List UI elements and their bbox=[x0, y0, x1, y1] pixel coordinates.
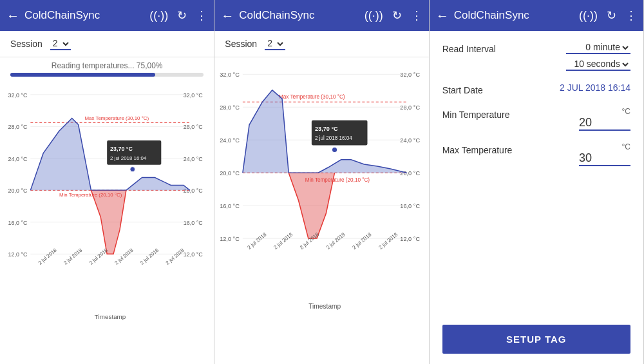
svg-text:24,0 °C: 24,0 °C bbox=[220, 137, 240, 144]
svg-text:16,0 °C: 16,0 °C bbox=[8, 220, 28, 226]
start-date-label: Start Date bbox=[442, 82, 483, 95]
panel-2: ← ColdChainSync ((·)) ↻ ⋮ Session 2 1 32… bbox=[214, 0, 429, 364]
panel-1: ← ColdChainSync ((·)) ↻ ⋮ Session 2 1 Re… bbox=[0, 0, 214, 364]
svg-text:2 jul 2018: 2 jul 2018 bbox=[62, 247, 84, 265]
svg-text:28,0 °C: 28,0 °C bbox=[8, 124, 28, 130]
seconds-select[interactable]: 10 seconds 30 seconds 60 seconds bbox=[566, 58, 630, 71]
svg-text:2 jul 2018: 2 jul 2018 bbox=[273, 231, 294, 251]
svg-text:2 jul 2018: 2 jul 2018 bbox=[165, 247, 186, 265]
menu-icon-2[interactable]: ⋮ bbox=[411, 8, 422, 23]
panel-3: ← ColdChainSync ((·)) ↻ ⋮ Read Interval … bbox=[430, 0, 644, 364]
refresh-icon-2[interactable]: ↻ bbox=[392, 8, 402, 23]
app-header-2: ← ColdChainSync ((·)) ↻ ⋮ bbox=[214, 0, 428, 31]
svg-text:12,0 °C: 12,0 °C bbox=[8, 251, 28, 258]
app-title-3: ColdChainSync bbox=[454, 9, 579, 22]
svg-text:24,0 °C: 24,0 °C bbox=[401, 137, 421, 144]
min-temp-unit: °C bbox=[622, 107, 630, 116]
menu-icon-3[interactable]: ⋮ bbox=[625, 8, 637, 23]
header-icons-2: ((·)) ↻ ⋮ bbox=[365, 8, 422, 23]
svg-text:2 jul 2018: 2 jul 2018 bbox=[114, 247, 135, 265]
header-icons-3: ((·)) ↻ ⋮ bbox=[579, 8, 637, 23]
svg-text:28,0 °C: 28,0 °C bbox=[184, 124, 203, 130]
wifi-icon-2: ((·)) bbox=[365, 9, 383, 23]
read-interval-row: Read Interval 0 minute 1 minute 5 minute… bbox=[442, 41, 630, 71]
svg-text:28,0 °C: 28,0 °C bbox=[220, 104, 240, 111]
app-title-1: ColdChainSync bbox=[24, 9, 149, 22]
start-date-row: Start Date 2 JUL 2018 16:14 bbox=[442, 82, 630, 95]
app-header-3: ← ColdChainSync ((·)) ↻ ⋮ bbox=[430, 0, 643, 31]
max-temp-row: Max Temperature °C bbox=[442, 142, 630, 166]
svg-text:24,0 °C: 24,0 °C bbox=[184, 156, 203, 162]
svg-text:Max Temperature (30,10 °C): Max Temperature (30,10 °C) bbox=[279, 94, 345, 100]
svg-rect-59 bbox=[312, 120, 368, 146]
min-temp-row: Min Temperature °C bbox=[442, 107, 630, 131]
svg-text:2 jul 2018: 2 jul 2018 bbox=[352, 231, 373, 251]
svg-text:Timestamp: Timestamp bbox=[95, 313, 126, 320]
app-header-1: ← ColdChainSync ((·)) ↻ ⋮ bbox=[0, 0, 214, 31]
app-title-2: ColdChainSync bbox=[239, 9, 364, 22]
svg-text:32,0 °C: 32,0 °C bbox=[220, 72, 240, 78]
refresh-icon-1[interactable]: ↻ bbox=[177, 8, 187, 23]
svg-text:Timestamp: Timestamp bbox=[309, 303, 341, 310]
max-temp-label: Max Temperature bbox=[442, 142, 513, 155]
chart-svg-2: 32,0 °C 28,0 °C 24,0 °C 20,0 °C 16,0 °C … bbox=[217, 62, 426, 338]
back-button-3[interactable]: ← bbox=[436, 8, 449, 23]
svg-text:16,0 °C: 16,0 °C bbox=[220, 203, 240, 209]
menu-icon-1[interactable]: ⋮ bbox=[196, 8, 207, 23]
session-row-2: Session 2 1 bbox=[214, 31, 428, 57]
session-select-2[interactable]: 2 1 bbox=[265, 37, 285, 50]
svg-text:20,0 °C: 20,0 °C bbox=[401, 170, 421, 177]
chart-area-2[interactable]: 32,0 °C 28,0 °C 24,0 °C 20,0 °C 16,0 °C … bbox=[214, 57, 428, 364]
session-label-1: Session bbox=[10, 39, 43, 49]
progress-container: Reading temperatures... 75,00% bbox=[0, 57, 214, 79]
progress-bar-fill bbox=[10, 73, 155, 77]
svg-text:12,0 °C: 12,0 °C bbox=[401, 236, 421, 242]
settings-content: Read Interval 0 minute 1 minute 5 minute… bbox=[430, 31, 643, 320]
svg-rect-24 bbox=[107, 140, 161, 165]
session-select-1[interactable]: 2 1 bbox=[50, 37, 71, 50]
min-temp-input[interactable] bbox=[579, 116, 630, 131]
max-temp-unit: °C bbox=[622, 142, 630, 151]
back-button-2[interactable]: ← bbox=[221, 8, 234, 23]
svg-text:16,0 °C: 16,0 °C bbox=[401, 203, 421, 209]
svg-text:32,0 °C: 32,0 °C bbox=[401, 72, 421, 78]
svg-point-27 bbox=[130, 167, 135, 172]
svg-text:32,0 °C: 32,0 °C bbox=[184, 92, 203, 99]
wifi-icon-3: ((·)) bbox=[579, 9, 598, 23]
svg-text:23,70 °C: 23,70 °C bbox=[315, 126, 338, 132]
read-interval-values: 0 minute 1 minute 5 minute 10 seconds 30… bbox=[566, 41, 630, 71]
back-button-1[interactable]: ← bbox=[6, 8, 19, 23]
refresh-icon-3[interactable]: ↻ bbox=[607, 8, 616, 23]
svg-text:32,0 °C: 32,0 °C bbox=[8, 92, 28, 99]
read-interval-label: Read Interval bbox=[442, 41, 496, 54]
minute-select[interactable]: 0 minute 1 minute 5 minute bbox=[566, 41, 630, 54]
max-temp-group: °C bbox=[579, 142, 630, 166]
svg-text:20,0 °C: 20,0 °C bbox=[8, 187, 28, 194]
chart-svg-1: 32,0 °C 28,0 °C 24,0 °C 20,0 °C 16,0 °C … bbox=[3, 83, 211, 338]
svg-text:2 jul 2018: 2 jul 2018 bbox=[247, 231, 268, 251]
setup-tag-button[interactable]: SETUP TAG bbox=[442, 325, 630, 354]
svg-text:2 jul 2018: 2 jul 2018 bbox=[37, 247, 59, 265]
session-row-1: Session 2 1 bbox=[0, 31, 214, 57]
svg-text:2 jul 2018: 2 jul 2018 bbox=[378, 231, 399, 251]
svg-text:Max Temperature (30,10 °C): Max Temperature (30,10 °C) bbox=[85, 115, 149, 121]
session-label-2: Session bbox=[225, 39, 257, 49]
svg-text:2 jul 2018 16:04: 2 jul 2018 16:04 bbox=[315, 135, 352, 141]
progress-bar-bg bbox=[10, 73, 204, 77]
min-temp-label: Min Temperature bbox=[442, 107, 510, 120]
wifi-icon-1: ((·)) bbox=[149, 9, 168, 23]
svg-text:2 jul 2018 16:04: 2 jul 2018 16:04 bbox=[110, 155, 147, 161]
svg-text:23,70 °C: 23,70 °C bbox=[110, 146, 133, 152]
svg-text:12,0 °C: 12,0 °C bbox=[220, 236, 240, 242]
max-temp-input[interactable] bbox=[579, 151, 630, 166]
start-date-value: 2 JUL 2018 16:14 bbox=[560, 82, 630, 93]
svg-text:28,0 °C: 28,0 °C bbox=[401, 104, 421, 111]
chart-area-1[interactable]: 32,0 °C 28,0 °C 24,0 °C 20,0 °C 16,0 °C … bbox=[0, 79, 214, 364]
svg-text:24,0 °C: 24,0 °C bbox=[8, 156, 28, 162]
svg-text:12,0 °C: 12,0 °C bbox=[184, 251, 203, 258]
min-temp-group: °C bbox=[579, 107, 630, 131]
svg-text:2 jul 2018: 2 jul 2018 bbox=[139, 247, 160, 265]
header-icons-1: ((·)) ↻ ⋮ bbox=[149, 8, 207, 23]
svg-point-62 bbox=[332, 147, 337, 152]
svg-text:16,0 °C: 16,0 °C bbox=[184, 220, 203, 226]
